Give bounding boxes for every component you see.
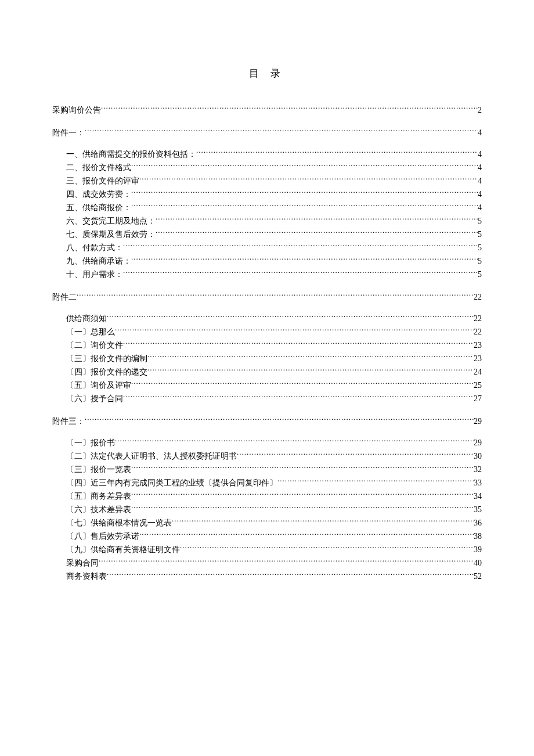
- toc-entry[interactable]: 〔七〕供给商根本情况一览表36: [52, 516, 482, 530]
- toc-entry[interactable]: 六、交货完工期及地点：5: [52, 214, 482, 228]
- toc-entry-page: 30: [474, 449, 482, 463]
- toc-entry[interactable]: 〔三〕报价一览表32: [52, 463, 482, 476]
- toc-entry[interactable]: 〔六〕授予合同27: [52, 392, 482, 405]
- toc-entry-page: 22: [474, 290, 482, 304]
- toc-dot-leader: [131, 162, 478, 170]
- toc-dot-leader: [172, 517, 474, 525]
- toc-dot-leader: [131, 464, 474, 472]
- toc-entry[interactable]: 五、供给商报价：4: [52, 201, 482, 214]
- toc-entry-label: 一、供给商需提交的报价资料包括：: [66, 147, 196, 161]
- toc-entry[interactable]: 〔九〕供给商有关资格证明文件39: [52, 543, 482, 556]
- toc-entry-page: 5: [478, 241, 482, 254]
- toc-entry[interactable]: 〔一〕报价书29: [52, 436, 482, 449]
- toc-entry-label: 〔八〕售后效劳承诺: [66, 530, 139, 543]
- toc-entry[interactable]: 采购询价公告2: [52, 103, 482, 117]
- toc-dot-leader: [101, 105, 478, 113]
- toc-entry[interactable]: 〔一〕总那么22: [52, 325, 482, 339]
- toc-dot-leader: [180, 544, 474, 552]
- toc-entry[interactable]: 供给商须知22: [52, 312, 482, 325]
- toc-entry[interactable]: 〔四〕近三年内有完成同类工程的业绩〔提供合同复印件〕33: [52, 476, 482, 489]
- toc-entry-label: 〔一〕报价书: [66, 436, 115, 449]
- toc-entry[interactable]: 〔三〕报价文件的编制23: [52, 352, 482, 365]
- toc-entry[interactable]: 九、供给商承诺：5: [52, 254, 482, 268]
- toc-dot-leader: [123, 340, 474, 348]
- toc-entry-label: 七、质保期及售后效劳：: [66, 228, 156, 241]
- toc-entry-label: 〔五〕询价及评审: [66, 379, 131, 392]
- toc-entry-page: 22: [474, 312, 482, 325]
- toc-entry-page: 35: [474, 503, 482, 516]
- toc-entry-label: 〔三〕报价一览表: [66, 463, 131, 476]
- toc-dot-leader: [107, 571, 474, 579]
- toc-entry[interactable]: 四、成交效劳费：4: [52, 188, 482, 201]
- toc-entry-page: 4: [478, 126, 482, 139]
- toc-entry[interactable]: 一、供给商需提交的报价资料包括：4: [52, 147, 482, 161]
- toc-dot-leader: [131, 202, 478, 210]
- toc-entry[interactable]: 〔六〕技术差异表35: [52, 503, 482, 516]
- toc-entry[interactable]: 十、用户需求：5: [52, 268, 482, 281]
- toc-entry[interactable]: 采购合同40: [52, 556, 482, 570]
- toc-dot-leader: [277, 477, 474, 485]
- toc-entry-page: 25: [474, 379, 482, 392]
- toc-entry[interactable]: 〔四〕报价文件的递交24: [52, 365, 482, 379]
- toc-entry-label: 〔五〕商务差异表: [66, 489, 131, 503]
- toc-entry[interactable]: 〔五〕询价及评审25: [52, 379, 482, 392]
- toc-entry[interactable]: 商务资料表52: [52, 570, 482, 583]
- toc-dot-leader: [147, 366, 474, 375]
- toc-entry[interactable]: 〔五〕商务差异表34: [52, 489, 482, 503]
- toc-entry-label: 〔三〕报价文件的编制: [66, 352, 147, 365]
- toc-dot-leader: [139, 531, 474, 539]
- toc-entry-page: 27: [474, 392, 482, 405]
- toc-dot-leader: [131, 255, 478, 264]
- toc-entry[interactable]: 〔八〕售后效劳承诺38: [52, 530, 482, 543]
- toc-dot-leader: [123, 242, 478, 250]
- toc-entry-label: 附件一：: [52, 126, 85, 139]
- toc-entry-page: 36: [474, 516, 482, 530]
- toc-entry[interactable]: 附件三：29: [52, 415, 482, 428]
- toc-entry-page: 4: [478, 174, 482, 188]
- toc-entry[interactable]: 〔二〕询价文件23: [52, 339, 482, 352]
- toc-dot-leader: [147, 353, 474, 361]
- toc-dot-leader: [85, 416, 474, 424]
- toc-entry[interactable]: 〔二〕法定代表人证明书、法人授权委托证明书30: [52, 449, 482, 463]
- toc-entry-label: 〔二〕询价文件: [66, 339, 123, 352]
- toc-dot-leader: [131, 380, 474, 388]
- toc-entry-page: 5: [478, 214, 482, 228]
- toc-dot-leader: [131, 504, 474, 512]
- toc-dot-leader: [139, 175, 478, 183]
- toc-dot-leader: [156, 229, 478, 237]
- toc-entry-label: 三、报价文件的评审: [66, 174, 139, 188]
- toc-entry-label: 四、成交效劳费：: [66, 188, 131, 201]
- toc-entry-page: 34: [474, 489, 482, 503]
- toc-entry[interactable]: 附件二22: [52, 290, 482, 304]
- toc-dot-leader: [131, 189, 478, 197]
- toc-entry[interactable]: 附件一：4: [52, 126, 482, 139]
- toc-entry-label: 〔四〕报价文件的递交: [66, 365, 147, 379]
- toc-entry-page: 23: [474, 339, 482, 352]
- toc-dot-leader: [115, 437, 474, 445]
- toc-entry-label: 商务资料表: [66, 570, 107, 583]
- toc-entry-page: 52: [474, 570, 482, 583]
- toc-entry-label: 八、付款方式：: [66, 241, 123, 254]
- toc-dot-leader: [196, 149, 478, 157]
- toc-entry-label: 〔七〕供给商根本情况一览表: [66, 516, 172, 530]
- toc-entry[interactable]: 七、质保期及售后效劳：5: [52, 228, 482, 241]
- toc-container: 采购询价公告2附件一：4一、供给商需提交的报价资料包括：4二、报价文件格式4三、…: [52, 103, 482, 583]
- toc-entry-page: 2: [478, 103, 482, 117]
- toc-entry-label: 附件三：: [52, 415, 85, 428]
- toc-entry-label: 二、报价文件格式: [66, 161, 131, 174]
- toc-dot-leader: [85, 127, 478, 135]
- toc-entry-label: 附件二: [52, 290, 77, 304]
- toc-entry[interactable]: 八、付款方式：5: [52, 241, 482, 254]
- toc-entry-page: 4: [478, 147, 482, 161]
- toc-dot-leader: [156, 215, 478, 224]
- toc-entry-page: 5: [478, 268, 482, 281]
- toc-entry-label: 〔六〕技术差异表: [66, 503, 131, 516]
- toc-dot-leader: [77, 291, 474, 300]
- toc-entry-label: 采购询价公告: [52, 103, 101, 117]
- toc-entry-page: 5: [478, 254, 482, 268]
- toc-entry-page: 24: [474, 365, 482, 379]
- toc-entry-label: 〔四〕近三年内有完成同类工程的业绩〔提供合同复印件〕: [66, 476, 277, 489]
- toc-entry[interactable]: 三、报价文件的评审4: [52, 174, 482, 188]
- toc-entry[interactable]: 二、报价文件格式4: [52, 161, 482, 174]
- toc-dot-leader: [237, 451, 474, 459]
